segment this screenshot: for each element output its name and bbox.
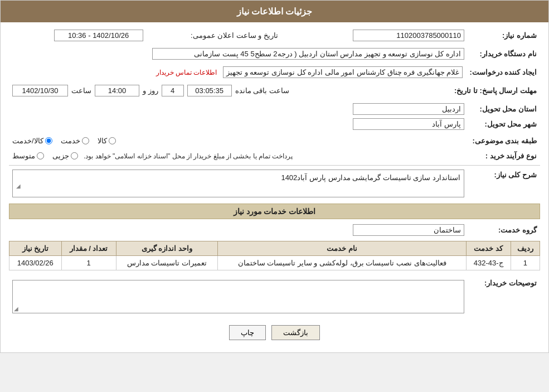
process-note: پرداخت تمام یا بخشی از مبلغ خریدار از مح…	[84, 152, 293, 160]
mande-value: 03:05:35	[187, 85, 232, 96]
ijadKonande-box: غلام جهانگیری فره چناق کارشناس امور مالی…	[223, 66, 463, 78]
announcement-label: تاریخ و ساعت اعلان عمومی:	[147, 28, 281, 43]
farayand-table: نوع فرآیند خرید : متوسط جزیی	[9, 150, 540, 162]
page-title: جزئیات اطلاعات نیاز	[237, 7, 313, 16]
cell-kod: ج-43-432	[466, 256, 511, 270]
tabaqe-radios: کالا/خدمت خدمت کالا	[9, 135, 468, 147]
ostan-label: استان محل تحویل:	[468, 101, 540, 117]
tosiahat-box: ◢	[12, 280, 464, 313]
ostan-table: استان محل تحویل: اردبیل شهر محل تحویل: پ…	[9, 101, 540, 132]
mohlatErsal-label: مهلت ارسال پاسخ: تا تاریخ:	[451, 83, 540, 98]
ijadKonande-value: غلام جهانگیری فره چناق کارشناس امور مالی…	[9, 65, 466, 80]
radio-kala[interactable]: کالا	[98, 137, 116, 145]
ostan-box: اردبیل	[353, 103, 464, 115]
namDastgah-box: اداره کل نوسازی توسعه و تجهیز مدارس استا…	[152, 48, 464, 60]
radio-khadamat[interactable]: خدمت	[61, 137, 89, 145]
cell-vahed: تعمیرات تاسیسات مدارس	[116, 256, 218, 270]
radio-kala-khadamat[interactable]: کالا/خدمت	[12, 137, 52, 145]
namDastgah-value: اداره کل نوسازی توسعه و تجهیز مدارس استا…	[9, 46, 468, 61]
sharhKoli-text: استاندارد سازی تاسیسات گرمایشی مدارس پار…	[281, 173, 460, 182]
groupKhadamat-box: ساختمان	[353, 224, 464, 236]
saat-value: 14:00	[95, 85, 139, 96]
cell-name: فعالیت‌های نصب تاسیسات برق، لوله‌کشی و س…	[218, 256, 467, 270]
sharhKoli-value: استاندارد سازی تاسیسات گرمایشی مدارس پار…	[9, 168, 468, 199]
shahr-label: شهر محل تحویل:	[468, 117, 540, 132]
shomareNiaz-value: 1102003785000110	[298, 28, 468, 43]
tosiahat-table: توصیحات خریدار: ◢	[9, 276, 540, 315]
mohlet-table: مهلت ارسال پاسخ: تا تاریخ: 1402/10/30 سا…	[9, 83, 540, 98]
shomareNiaz-box: 1102003785000110	[353, 30, 464, 41]
roz-value: 4	[162, 85, 184, 96]
resize-icon: ◢	[14, 306, 18, 312]
col-tarikh: تاریخ نیاز	[9, 241, 62, 256]
announcement-value: 1402/10/26 - 10:36	[9, 28, 147, 43]
col-vahed: واحد اندازه گیری	[116, 241, 218, 256]
services-section-header: اطلاعات خدمات مورد نیاز	[9, 204, 540, 219]
page-header: جزئیات اطلاعات نیاز	[1, 1, 548, 22]
shahr-box: پارس آباد	[353, 118, 464, 130]
radio-kala-label: کالا	[98, 137, 107, 145]
saat-label: ساعت	[71, 86, 91, 95]
noeFarayand-label: نوع فرآیند خرید :	[468, 150, 540, 162]
contact-link[interactable]: اطلاعات تماس خریدار	[156, 69, 217, 76]
radio-motovaset[interactable]: متوسط	[12, 152, 44, 160]
radio-jozvi-label: جزیی	[52, 152, 69, 160]
tabaqe-label: طبقه بندی موضوعی:	[468, 135, 540, 147]
tosiahat-label: توصیحات خریدار:	[468, 276, 540, 315]
ostan-value: اردبیل	[9, 101, 468, 117]
groupKhadamat-value: ساختمان	[9, 222, 468, 238]
cell-radif: 1	[511, 256, 540, 270]
mande-label: ساعت باقی مانده	[235, 86, 289, 95]
col-tedad: تعداد / مقدار	[61, 241, 116, 256]
tosiahat-value: ◢	[9, 276, 468, 315]
mohlet-row: 1402/10/30 ساعت 14:00 روز و 4 03:05:35 س…	[9, 83, 451, 98]
top-info-table: شماره نیاز: 1102003785000110 تاریخ و ساع…	[9, 28, 540, 43]
button-row: چاپ بازگشت	[9, 318, 540, 347]
col-radif: ردیف	[511, 241, 540, 256]
group-khadamat-table: گروه خدمت: ساختمان	[9, 222, 540, 238]
radio-jozvi[interactable]: جزیی	[52, 152, 78, 160]
tabaqe-table: طبقه بندی موضوعی: کالا/خدمت خدمت کالا	[9, 135, 540, 147]
back-button[interactable]: بازگشت	[271, 325, 320, 340]
namDastgah-label: نام دستگاه خریدار:	[468, 46, 540, 61]
cell-tedad: 1	[61, 256, 116, 270]
shomareNiaz-label: شماره نیاز:	[468, 28, 540, 43]
sharh-table: شرح کلی نیاز: استاندارد سازی تاسیسات گرم…	[9, 168, 540, 199]
groupKhadamat-label: گروه خدمت:	[468, 222, 540, 238]
radio-kala-khadamat-label: کالا/خدمت	[12, 137, 43, 145]
print-button[interactable]: چاپ	[229, 325, 266, 340]
dastgah-table: نام دستگاه خریدار: اداره کل نوسازی توسعه…	[9, 46, 540, 61]
col-kod: کد خدمت	[466, 241, 511, 256]
farayand-content: متوسط جزیی پرداخت تمام یا بخشی از مبلغ خ…	[9, 150, 468, 162]
col-name: نام خدمت	[218, 241, 467, 256]
ijadKonande-label: ایجاد کننده درخواست:	[466, 65, 540, 80]
radio-motovaset-label: متوسط	[12, 152, 35, 160]
table-row: 1 ج-43-432 فعالیت‌های نصب تاسیسات برق، ل…	[9, 256, 540, 270]
ijad-table: ایجاد کننده درخواست: غلام جهانگیری فره چ…	[9, 65, 540, 80]
shahr-value: پارس آباد	[9, 117, 468, 132]
tarikh-pasokh: 1402/10/30	[12, 85, 68, 96]
services-table: ردیف کد خدمت نام خدمت واحد اندازه گیری ت…	[9, 241, 540, 270]
cell-tarikh: 1403/02/26	[9, 256, 62, 270]
content-area: شماره نیاز: 1102003785000110 تاریخ و ساع…	[1, 22, 548, 352]
roz-label: روز و	[143, 86, 158, 95]
page-wrapper: جزئیات اطلاعات نیاز شماره نیاز: 11020037…	[0, 0, 549, 353]
sharhKoli-box: استاندارد سازی تاسیسات گرمایشی مدارس پار…	[12, 170, 464, 197]
announcement-box: 1402/10/26 - 10:36	[54, 30, 143, 41]
sharhKoli-label: شرح کلی نیاز:	[468, 168, 540, 199]
radio-khadamat-label: خدمت	[61, 137, 80, 145]
